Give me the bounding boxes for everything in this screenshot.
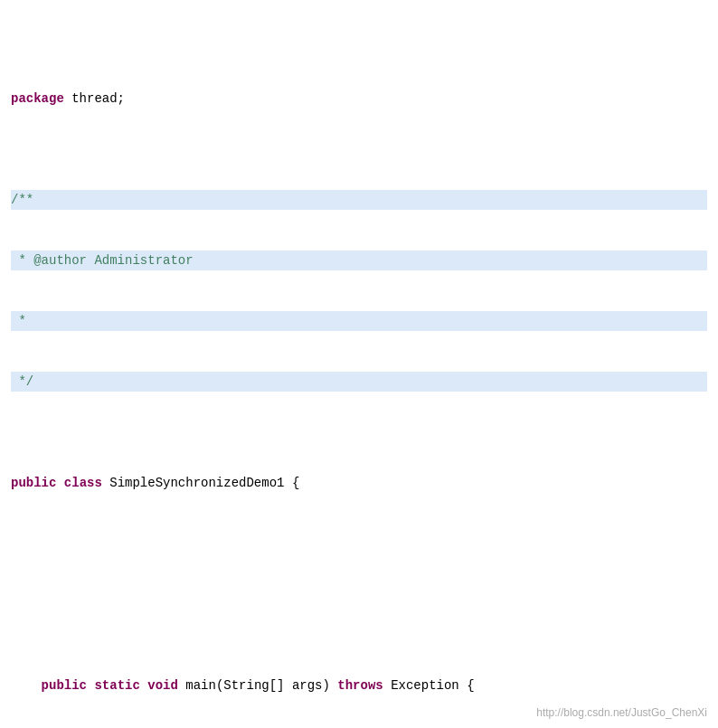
line-8: public static void main(String[] args) t… (11, 676, 707, 695)
line-1: package thread; (11, 89, 707, 109)
line-3: * @author Administrator (11, 251, 707, 270)
line-6: public class SimpleSynchronizedDemo1 { (11, 473, 707, 493)
watermark: http://blog.csdn.net/JustGo_ChenXi (536, 706, 707, 719)
code-block: package thread; /** * @author Administra… (0, 0, 718, 728)
line-2: /** (11, 190, 707, 210)
line-7 (11, 574, 707, 594)
line-4: * (11, 311, 707, 331)
code-container: package thread; /** * @author Administra… (0, 0, 718, 728)
line-5: */ (11, 372, 707, 392)
